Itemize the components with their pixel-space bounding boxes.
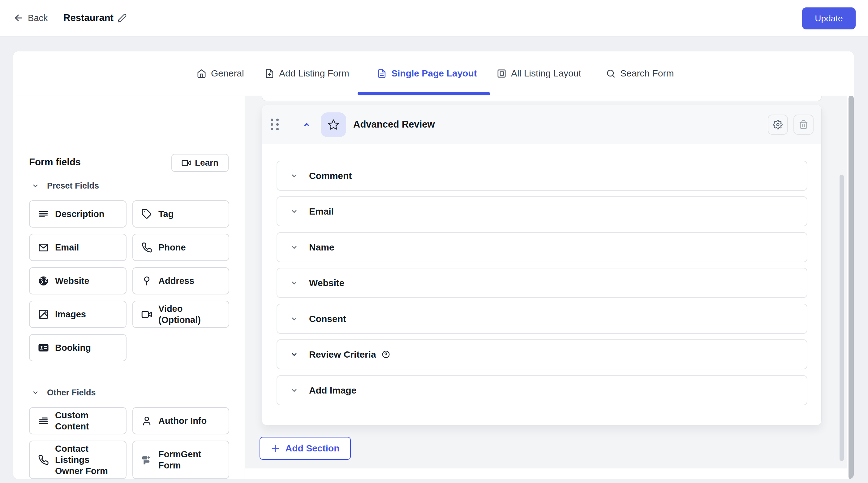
field-button-custom-content[interactable]: Custom Content [29, 407, 126, 434]
section-field-row-name[interactable]: Name [277, 232, 807, 262]
field-label: Phone [158, 242, 186, 253]
envelope-icon [38, 242, 49, 253]
field-button-website[interactable]: Website [29, 267, 126, 294]
section-star-icon[interactable] [321, 112, 346, 137]
section-field-row-email[interactable]: Email [277, 196, 807, 226]
section-delete-button[interactable] [794, 115, 813, 135]
map-pin-icon [142, 276, 152, 286]
tab-label: All Listing Layout [511, 68, 581, 79]
chevron-down-icon [32, 389, 39, 396]
tab-label: Search Form [620, 68, 674, 79]
field-button-contact-listings-owner-form[interactable]: Contact Listings Owner Form [29, 441, 126, 479]
update-button[interactable]: Update [802, 7, 856, 29]
field-button-booking[interactable]: Booking [29, 334, 126, 361]
chevron-down-icon [290, 244, 298, 251]
video-camera-icon [182, 158, 191, 168]
back-label: Back [28, 13, 48, 23]
section-field-row-comment[interactable]: Comment [277, 161, 807, 191]
sidebar-heading: Form fields [29, 157, 81, 168]
trash-icon [799, 120, 808, 130]
chevron-down-icon [290, 172, 298, 179]
field-button-video[interactable]: Video (Optional) [132, 301, 229, 328]
layout-grid-icon [497, 69, 506, 78]
search-icon [606, 69, 616, 78]
field-button-formgent-form[interactable]: FormGent Form [132, 441, 229, 479]
file-plus-icon [265, 69, 274, 78]
field-button-address[interactable]: Address [132, 267, 229, 294]
field-button-images[interactable]: Images [29, 301, 126, 328]
arrow-left-icon [13, 13, 24, 23]
globe-icon [38, 276, 49, 286]
drag-handle[interactable] [271, 119, 279, 130]
group-label: Preset Fields [47, 181, 99, 191]
field-label: Description [55, 208, 104, 220]
field-label: Video (Optional) [158, 303, 221, 325]
app-window: Back Restaurant Update General Add Listi… [0, 0, 868, 483]
field-button-description[interactable]: Description [29, 200, 126, 228]
field-label: Custom Content [55, 409, 119, 432]
section-field-row-website[interactable]: Website [277, 268, 807, 298]
active-tab-underline [358, 92, 490, 95]
outer-scrollbar-thumb[interactable] [848, 96, 854, 479]
field-label: FormGent Form [158, 449, 221, 471]
align-lines-icon [38, 416, 49, 426]
row-label: Consent [309, 314, 346, 324]
section-card-advanced-review: Advanced Review Comment Email Name [262, 105, 822, 425]
help-circle-icon[interactable] [382, 350, 390, 359]
learn-label: Learn [195, 158, 218, 168]
id-card-icon [38, 342, 49, 353]
user-icon [142, 416, 152, 426]
add-section-label: Add Section [285, 443, 339, 454]
field-label: Tag [158, 208, 174, 220]
preset-fields-header[interactable]: Preset Fields [32, 181, 99, 191]
tab-single-page-layout[interactable]: Single Page Layout [377, 64, 477, 83]
row-label: Comment [309, 171, 352, 181]
tab-add-listing-form[interactable]: Add Listing Form [265, 64, 349, 83]
section-field-row-add-image[interactable]: Add Image [277, 375, 807, 405]
page-title: Restaurant [63, 0, 114, 36]
form-fields-sidebar: Form fields Learn Preset Fields Descript… [13, 96, 244, 479]
collapse-chevron-up-icon[interactable] [303, 120, 311, 129]
field-label: Email [55, 242, 79, 253]
row-label: Name [309, 242, 334, 253]
field-button-author-info[interactable]: Author Info [132, 407, 229, 434]
learn-button[interactable]: Learn [172, 154, 228, 172]
image-icon [38, 309, 49, 320]
field-button-phone[interactable]: Phone [132, 234, 229, 261]
section-header: Advanced Review [262, 105, 821, 144]
home-icon [197, 69, 206, 78]
other-fields-header[interactable]: Other Fields [32, 388, 96, 398]
top-bar: Back Restaurant Update [0, 0, 868, 36]
tab-bar: General Add Listing Form Single Page Lay… [13, 51, 854, 95]
chevron-down-icon [290, 351, 298, 358]
field-button-email[interactable]: Email [29, 234, 126, 261]
previous-section-card-edge [262, 96, 822, 101]
edit-title-pencil-icon[interactable] [117, 13, 127, 23]
field-label: Booking [55, 342, 91, 353]
field-button-tag[interactable]: Tag [132, 200, 229, 228]
field-label: Website [55, 275, 89, 286]
section-title: Advanced Review [353, 105, 435, 144]
inner-scrollbar-thumb[interactable] [840, 175, 844, 461]
tab-label: Single Page Layout [391, 68, 477, 79]
phone-icon [38, 455, 49, 465]
plus-icon [271, 444, 280, 453]
tag-icon [142, 209, 152, 220]
chevron-down-icon [290, 315, 298, 323]
add-section-button[interactable]: Add Section [259, 437, 351, 460]
file-text-icon [377, 69, 387, 78]
tab-search-form[interactable]: Search Form [606, 64, 674, 83]
row-label: Review Criteria [309, 349, 376, 360]
group-label: Other Fields [47, 388, 96, 398]
tab-label: General [211, 68, 244, 79]
field-label: Author Info [158, 415, 207, 426]
back-button[interactable]: Back [13, 0, 48, 36]
row-label: Email [309, 206, 334, 217]
section-field-row-consent[interactable]: Consent [277, 304, 807, 334]
tab-general[interactable]: General [197, 64, 244, 83]
tab-all-listing-layout[interactable]: All Listing Layout [497, 64, 581, 83]
chevron-down-icon [290, 279, 298, 287]
row-label: Add Image [309, 385, 356, 396]
section-field-row-review-criteria[interactable]: Review Criteria [277, 339, 807, 369]
section-settings-button[interactable] [768, 115, 788, 135]
